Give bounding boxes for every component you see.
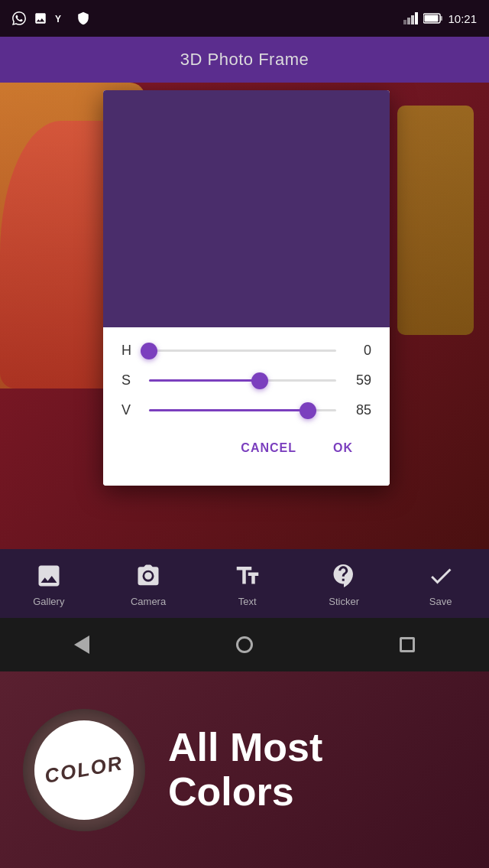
bg-object bbox=[397, 106, 474, 335]
camera-icon bbox=[133, 561, 164, 591]
value-thumb[interactable] bbox=[300, 402, 316, 419]
hue-label: H bbox=[121, 343, 137, 359]
promo-title-line2: Colors bbox=[168, 770, 322, 814]
color-picker-dialog: H 0 S 59 bbox=[103, 90, 390, 486]
value-track bbox=[149, 409, 336, 411]
saturation-slider-container[interactable] bbox=[149, 373, 336, 388]
recents-icon bbox=[400, 637, 415, 652]
sticker-icon bbox=[329, 561, 359, 591]
whatsapp-icon bbox=[12, 11, 26, 25]
text-label: Text bbox=[238, 596, 257, 607]
promo-title-line1: All Most bbox=[168, 726, 322, 769]
hue-thumb[interactable] bbox=[141, 343, 157, 359]
svg-rect-6 bbox=[440, 16, 442, 21]
status-bar: Y 10:21 bbox=[0, 0, 489, 37]
saturation-fill bbox=[149, 379, 260, 382]
color-badge-inner: COLOR bbox=[34, 720, 134, 820]
gallery-label: Gallery bbox=[33, 596, 64, 607]
gallery-icon bbox=[34, 561, 64, 591]
value-label: V bbox=[121, 402, 137, 418]
saturation-label: S bbox=[121, 372, 137, 388]
sticker-label: Sticker bbox=[329, 596, 359, 607]
saturation-row: S 59 bbox=[121, 372, 371, 388]
yahoo-icon: Y bbox=[55, 11, 69, 25]
hue-track bbox=[149, 349, 336, 352]
save-label: Save bbox=[429, 596, 452, 607]
back-icon bbox=[74, 636, 89, 654]
promo-text: All Most Colors bbox=[168, 726, 322, 813]
badge-text: COLOR bbox=[43, 751, 125, 788]
svg-rect-3 bbox=[411, 15, 414, 24]
time-display: 10:21 bbox=[448, 12, 477, 25]
toolbar-save[interactable]: Save bbox=[426, 561, 456, 607]
app-title: 3D Photo Frame bbox=[180, 50, 309, 70]
text-icon bbox=[232, 561, 263, 591]
shield-icon bbox=[76, 11, 90, 25]
dialog-buttons: CANCEL OK bbox=[121, 432, 371, 473]
nav-bar bbox=[0, 618, 489, 671]
value-fill bbox=[149, 409, 308, 411]
value-value: 85 bbox=[348, 402, 371, 418]
status-icons: Y bbox=[12, 11, 90, 25]
hue-row: H 0 bbox=[121, 343, 371, 359]
color-badge: COLOR bbox=[23, 709, 145, 831]
svg-text:Y: Y bbox=[55, 14, 61, 24]
title-bar: 3D Photo Frame bbox=[0, 37, 489, 83]
photo-area: H 0 S 59 bbox=[0, 83, 489, 549]
home-icon bbox=[236, 636, 253, 653]
hue-value: 0 bbox=[348, 343, 371, 359]
saturation-thumb[interactable] bbox=[251, 372, 268, 389]
value-row: V 85 bbox=[121, 402, 371, 418]
toolbar-text[interactable]: Text bbox=[232, 561, 263, 607]
color-preview-box bbox=[103, 90, 390, 327]
promo-section: COLOR All Most Colors bbox=[0, 671, 489, 868]
svg-rect-4 bbox=[415, 12, 418, 24]
color-controls: H 0 S 59 bbox=[103, 327, 390, 486]
svg-rect-2 bbox=[407, 18, 410, 24]
status-right: 10:21 bbox=[403, 12, 477, 25]
gallery-status-icon bbox=[34, 11, 47, 25]
camera-label: Camera bbox=[131, 596, 166, 607]
value-slider-container[interactable] bbox=[149, 403, 336, 418]
toolbar-sticker[interactable]: Sticker bbox=[329, 561, 359, 607]
ok-button[interactable]: OK bbox=[321, 435, 365, 461]
toolbar-gallery[interactable]: Gallery bbox=[33, 561, 64, 607]
svg-rect-7 bbox=[425, 15, 439, 22]
battery-icon bbox=[423, 13, 443, 24]
recents-button[interactable] bbox=[392, 629, 423, 660]
bottom-toolbar: Gallery Camera Text Sticker bbox=[0, 549, 489, 618]
svg-rect-1 bbox=[403, 20, 406, 24]
save-icon bbox=[426, 561, 456, 591]
saturation-value: 59 bbox=[348, 372, 371, 388]
back-button[interactable] bbox=[66, 629, 97, 660]
hue-slider-container[interactable] bbox=[149, 343, 336, 359]
signal-icon bbox=[403, 12, 419, 24]
cancel-button[interactable]: CANCEL bbox=[228, 435, 309, 461]
toolbar-camera[interactable]: Camera bbox=[131, 561, 166, 607]
saturation-track bbox=[149, 379, 336, 382]
home-button[interactable] bbox=[229, 629, 260, 660]
